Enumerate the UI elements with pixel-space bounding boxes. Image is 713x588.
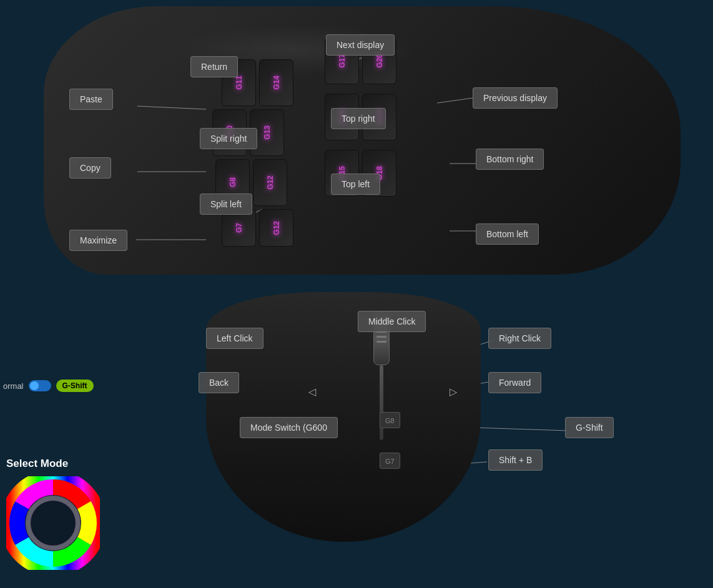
left-click-label: Left Click — [206, 328, 263, 349]
left-arrow-indicator: ◁ — [308, 386, 316, 398]
g14-key[interactable]: G14 — [259, 59, 293, 106]
g-shift-label: G-Shift — [565, 417, 614, 438]
g20-label: G20 — [375, 54, 384, 68]
forward-label: Forward — [488, 372, 541, 393]
select-mode-panel: Select Mode — [6, 458, 112, 572]
g11-label: G11 — [235, 76, 243, 90]
g17-label: G17 — [338, 54, 347, 68]
return-label: Return — [190, 56, 238, 77]
middle-click-label: Middle Click — [358, 311, 426, 332]
select-mode-title: Select Mode — [6, 458, 112, 470]
split-left-label: Split left — [200, 194, 252, 215]
g8-top-label: G8 — [229, 177, 237, 187]
next-display-label: Next display — [326, 34, 395, 56]
bottom-right-label: Bottom right — [476, 149, 544, 170]
g14-label: G14 — [272, 76, 281, 90]
g-shift-badge: G-Shift — [56, 380, 94, 392]
toggle-switch[interactable] — [29, 380, 51, 391]
g13-label: G13 — [263, 125, 272, 140]
paste-label: Paste — [69, 89, 113, 110]
g8-bottom-indicator: G8 — [380, 412, 400, 428]
top-right-label: Top right — [331, 108, 386, 129]
bottom-left-label: Bottom left — [476, 223, 539, 245]
g12-bottom-label: G12 — [272, 221, 281, 235]
svg-point-24 — [31, 501, 75, 545]
previous-display-label: Previous display — [473, 87, 558, 109]
right-click-label: Right Click — [488, 328, 551, 349]
back-label: Back — [199, 372, 239, 393]
normal-label: ormal — [3, 381, 24, 391]
copy-label: Copy — [69, 157, 111, 179]
maximize-label: Maximize — [69, 230, 127, 251]
top-left-label: Top left — [331, 174, 380, 195]
toggle-knob — [30, 381, 39, 390]
g7-bottom-indicator: G7 — [380, 453, 400, 469]
g12-bottom-key[interactable]: G12 — [259, 209, 293, 247]
mode-switch-label: Mode Switch (G600 — [240, 417, 338, 438]
shift-b-label: Shift + B — [488, 449, 543, 471]
mode-toggle-row: ormal G-Shift — [3, 380, 94, 392]
g7-label: G7 — [235, 223, 243, 233]
g12-label: G12 — [266, 175, 275, 190]
g12-key[interactable]: G12 — [253, 159, 287, 206]
g7-top-key[interactable]: G7 — [222, 209, 256, 247]
color-wheel[interactable] — [6, 476, 100, 570]
right-arrow-indicator: ▷ — [450, 386, 457, 398]
split-right-label: Split right — [200, 128, 257, 149]
